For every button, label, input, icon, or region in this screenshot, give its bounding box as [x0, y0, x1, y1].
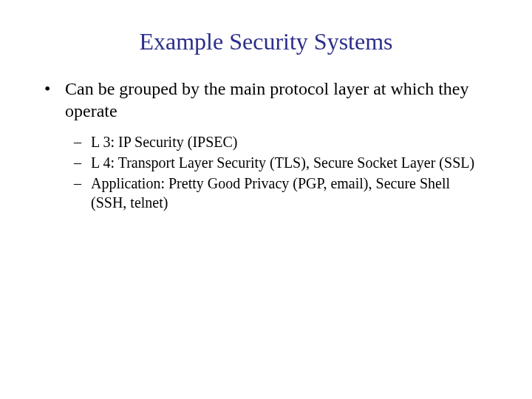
- dash-icon: –: [74, 174, 87, 193]
- bullet-dot-icon: •: [44, 78, 61, 100]
- sub-bullet-text: L 3: IP Security (IPSEC): [91, 132, 487, 151]
- slide-body: • Can be grouped by the main protocol la…: [0, 78, 532, 212]
- dash-icon: –: [74, 132, 87, 151]
- sub-bullet-text: L 4: Transport Layer Security (TLS), Sec…: [91, 153, 487, 172]
- bullet-level2: – L 3: IP Security (IPSEC): [74, 132, 488, 151]
- sub-bullet-text: Application: Pretty Good Privacy (PGP, e…: [91, 174, 487, 212]
- bullet-level1: • Can be grouped by the main protocol la…: [44, 78, 488, 122]
- bullet-level2: – Application: Pretty Good Privacy (PGP,…: [74, 174, 488, 212]
- bullet-level2: – L 4: Transport Layer Security (TLS), S…: [74, 153, 488, 172]
- dash-icon: –: [74, 153, 87, 172]
- slide-title: Example Security Systems: [0, 28, 532, 55]
- bullet-text: Can be grouped by the main protocol laye…: [65, 78, 486, 122]
- slide: Example Security Systems • Can be groupe…: [0, 28, 532, 399]
